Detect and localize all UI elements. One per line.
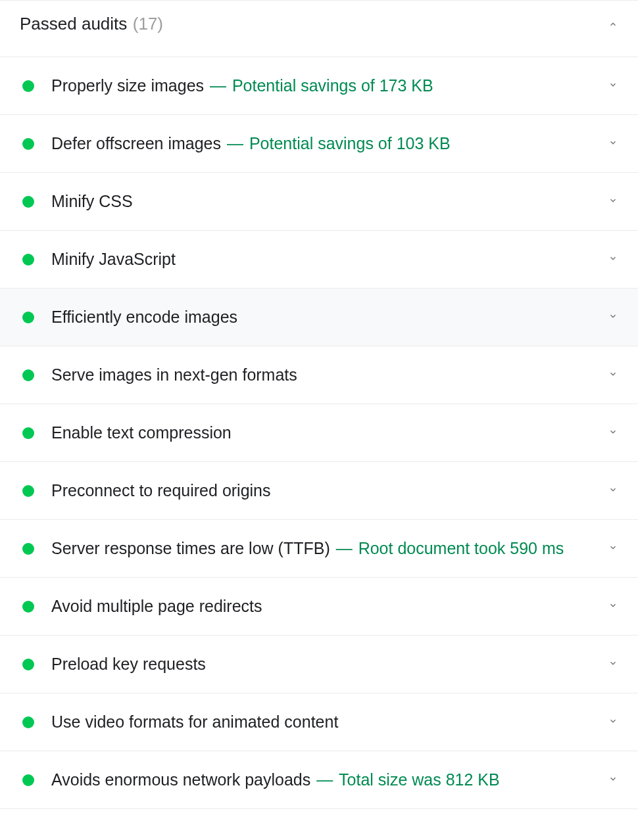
audit-title: Avoid multiple page redirects xyxy=(51,597,262,615)
audit-content: Server response times are low (TTFB) — R… xyxy=(51,537,597,560)
audit-content: Preconnect to required origins xyxy=(51,479,597,502)
pass-status-icon xyxy=(22,138,34,150)
detail-separator: — xyxy=(336,539,357,557)
audit-item[interactable]: Preconnect to required origins xyxy=(0,462,638,520)
chevron-down-icon xyxy=(608,137,618,151)
pass-status-icon xyxy=(22,196,34,208)
chevron-down-icon xyxy=(608,716,618,729)
audit-detail: Root document took 590 ms xyxy=(358,539,564,557)
audit-title: Serve images in next-gen formats xyxy=(51,365,297,384)
audit-content: Serve images in next-gen formats xyxy=(51,363,597,386)
audit-content: Minify JavaScript xyxy=(51,248,597,271)
pass-status-icon xyxy=(22,543,34,555)
chevron-up-icon xyxy=(608,19,618,30)
audit-detail: Potential savings of 103 KB xyxy=(249,134,451,152)
pass-status-icon xyxy=(22,427,34,439)
audit-title: Minify JavaScript xyxy=(51,250,176,268)
audit-content: Avoid multiple page redirects xyxy=(51,595,597,618)
chevron-down-icon xyxy=(608,253,618,266)
audit-title: Avoids enormous network payloads xyxy=(51,770,310,789)
audit-item[interactable]: Efficiently encode images xyxy=(0,289,638,346)
audit-content: Defer offscreen images — Potential savin… xyxy=(51,132,597,155)
audit-detail: Potential savings of 173 KB xyxy=(232,76,433,95)
chevron-down-icon xyxy=(608,484,618,498)
pass-status-icon xyxy=(22,485,34,497)
audit-content: Use video formats for animated content xyxy=(51,711,597,734)
detail-separator: — xyxy=(316,770,337,789)
audit-item[interactable]: Preload key requests xyxy=(0,636,638,693)
audit-title: Server response times are low (TTFB) xyxy=(51,539,330,557)
audit-title: Preconnect to required origins xyxy=(51,481,271,500)
audit-item[interactable]: Serve images in next-gen formats xyxy=(0,346,638,404)
audit-item[interactable]: Avoid multiple page redirects xyxy=(0,578,638,636)
audit-list: Properly size images — Potential savings… xyxy=(0,57,638,809)
pass-status-icon xyxy=(22,312,34,323)
pass-status-icon xyxy=(22,774,34,786)
audit-content: Enable text compression xyxy=(51,421,597,444)
audit-item[interactable]: Server response times are low (TTFB) — R… xyxy=(0,520,638,578)
audit-title: Efficiently encode images xyxy=(51,308,237,326)
chevron-down-icon xyxy=(608,774,618,787)
audit-title: Minify CSS xyxy=(51,192,133,210)
chevron-down-icon xyxy=(608,195,618,208)
section-count: (17) xyxy=(133,14,163,34)
passed-audits-header[interactable]: Passed audits (17) xyxy=(0,1,638,57)
audit-item[interactable]: Enable text compression xyxy=(0,404,638,462)
audit-content: Preload key requests xyxy=(51,653,597,676)
audit-title: Preload key requests xyxy=(51,655,206,673)
detail-separator: — xyxy=(227,134,248,152)
section-title: Passed audits xyxy=(20,14,127,34)
audit-item[interactable]: Avoids enormous network payloads — Total… xyxy=(0,751,638,809)
audit-item[interactable]: Use video formats for animated content xyxy=(0,693,638,751)
audit-content: Properly size images — Potential savings… xyxy=(51,74,597,97)
pass-status-icon xyxy=(22,254,34,266)
audit-item[interactable]: Properly size images — Potential savings… xyxy=(0,57,638,115)
pass-status-icon xyxy=(22,659,34,670)
audit-title: Properly size images xyxy=(51,76,204,95)
audit-detail: Total size was 812 KB xyxy=(339,770,500,789)
chevron-down-icon xyxy=(608,600,618,613)
chevron-down-icon xyxy=(608,311,618,324)
audit-item[interactable]: Minify CSS xyxy=(0,173,638,231)
detail-separator: — xyxy=(210,76,231,95)
audit-content: Minify CSS xyxy=(51,190,597,213)
chevron-down-icon xyxy=(608,427,618,440)
chevron-down-icon xyxy=(608,542,618,555)
pass-status-icon xyxy=(22,601,34,613)
pass-status-icon xyxy=(22,716,34,728)
chevron-down-icon xyxy=(608,80,618,93)
chevron-down-icon xyxy=(608,658,618,671)
audit-content: Avoids enormous network payloads — Total… xyxy=(51,768,597,791)
audit-title: Defer offscreen images xyxy=(51,134,221,152)
audit-content: Efficiently encode images xyxy=(51,306,597,329)
pass-status-icon xyxy=(22,80,34,92)
audit-item[interactable]: Defer offscreen images — Potential savin… xyxy=(0,115,638,173)
audit-title: Enable text compression xyxy=(51,423,232,442)
pass-status-icon xyxy=(22,369,34,381)
audit-title: Use video formats for animated content xyxy=(51,712,338,731)
chevron-down-icon xyxy=(608,369,618,382)
audit-item[interactable]: Minify JavaScript xyxy=(0,231,638,289)
